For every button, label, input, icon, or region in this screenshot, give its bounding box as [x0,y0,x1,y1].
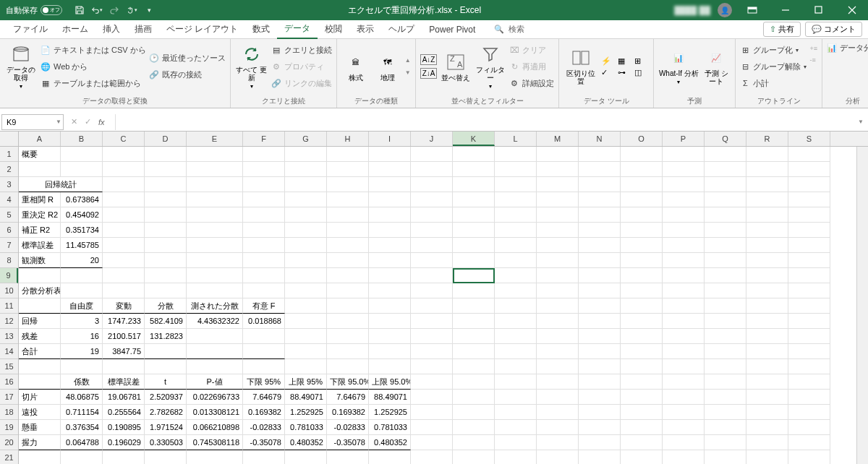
cell[interactable] [411,253,453,268]
cell[interactable] [495,344,537,359]
cell[interactable] [61,283,103,298]
refresh-all-button[interactable]: すべて 更新▾ [235,40,268,93]
cell-data[interactable]: 標準誤差 [19,238,61,253]
cell[interactable] [243,207,285,223]
cell[interactable] [453,374,495,390]
cell[interactable] [663,268,705,283]
cell[interactable] [103,359,145,374]
cell[interactable] [243,283,285,298]
row-header-11[interactable]: 11 [0,298,18,314]
cell[interactable] [369,147,411,162]
cell[interactable] [411,435,453,450]
cell[interactable] [453,390,495,405]
cell-data[interactable]: 有意 F [243,298,285,314]
cell[interactable] [285,314,327,329]
redo-icon[interactable] [109,4,120,16]
cell-data[interactable]: 0.013308121 [187,405,243,420]
cell[interactable] [285,283,327,298]
cancel-icon[interactable]: ✕ [71,117,77,126]
cell-data[interactable]: 概要 [19,147,61,162]
cell-data[interactable]: 0.480352 [285,435,327,450]
cell[interactable] [103,192,145,207]
cell[interactable] [621,405,663,420]
cell[interactable] [663,374,705,390]
cell-data[interactable]: 0.255564 [103,405,145,420]
tab-Power Pivot[interactable]: Power Pivot [422,22,482,38]
cell[interactable] [663,344,705,359]
cell[interactable] [579,374,621,390]
cell[interactable] [327,147,369,162]
cell-data[interactable]: 下限 95% [243,374,285,390]
cell[interactable] [663,420,705,435]
cell[interactable] [705,450,746,464]
cell-data[interactable]: 0.351734 [61,223,103,238]
cell[interactable] [537,162,579,177]
cell[interactable] [495,435,537,450]
cell-data[interactable]: 合計 [19,344,61,359]
cell[interactable] [327,359,369,374]
consolidate-icon[interactable]: ⊞ [634,56,649,66]
cell[interactable] [621,192,663,207]
cell[interactable] [285,359,327,374]
queries-conn-button[interactable]: ▤クエリと接続 [271,43,332,57]
cell[interactable] [705,374,746,390]
cell[interactable] [705,435,746,450]
cell-data[interactable]: 3 [61,314,103,329]
data-analysis-button[interactable]: 📊データ分析 [827,40,868,55]
cell[interactable] [369,283,411,298]
cell[interactable] [187,268,243,283]
cell[interactable] [369,162,411,177]
cell[interactable] [453,177,495,192]
cell-data[interactable] [187,344,243,359]
cell[interactable] [663,405,705,420]
cell[interactable] [746,374,788,390]
cell[interactable] [453,435,495,450]
cell[interactable] [705,253,746,268]
cell[interactable] [705,223,746,238]
cell[interactable] [705,162,746,177]
cell[interactable] [621,162,663,177]
remove-dup-icon[interactable]: ▦ [618,56,632,66]
col-header-K[interactable]: K [453,132,495,146]
cell[interactable] [621,314,663,329]
cell[interactable] [453,283,495,298]
cell[interactable] [663,177,705,192]
cell[interactable] [663,314,705,329]
cell[interactable] [537,192,579,207]
cell[interactable] [579,420,621,435]
cell[interactable] [705,192,746,207]
cell[interactable] [145,268,187,283]
tab-ヘルプ[interactable]: ヘルプ [381,20,422,38]
cell[interactable] [746,314,788,329]
cell[interactable] [411,268,453,283]
cell[interactable] [621,420,663,435]
cell-data[interactable]: 握力 [19,435,61,450]
cell[interactable] [788,435,830,450]
cell[interactable] [705,238,746,253]
cell-data[interactable]: 0.781033 [369,420,411,435]
cell[interactable] [145,450,187,464]
cell[interactable] [579,223,621,238]
cell[interactable] [327,162,369,177]
tab-ページ レイアウト[interactable]: ページ レイアウト [159,20,245,38]
ribbon-mode-icon[interactable] [739,1,765,20]
stocks-button[interactable]: 🏛株式 [341,40,370,93]
cell[interactable] [746,344,788,359]
from-text-csv-button[interactable]: 📄テキストまたは CSV から [41,43,146,57]
cell[interactable] [453,450,495,464]
cell-data[interactable]: 重相関 R [19,192,61,207]
cell-data[interactable]: 分散分析表 [19,283,61,298]
cell[interactable] [187,450,243,464]
expand-bar-icon[interactable]: ▼ [854,119,868,125]
cell[interactable] [746,283,788,298]
cell-data[interactable]: 回帰統計 [19,177,103,192]
cell[interactable] [746,329,788,344]
col-header-R[interactable]: R [746,132,788,146]
cell-data[interactable]: 回帰 [19,314,61,329]
cell-data[interactable]: t [145,374,187,390]
cell[interactable] [369,359,411,374]
col-header-P[interactable]: P [663,132,705,146]
scroll-down-icon[interactable]: ▼ [405,69,411,76]
cell-data[interactable]: 上限 95.0% [369,374,411,390]
cell[interactable] [537,344,579,359]
